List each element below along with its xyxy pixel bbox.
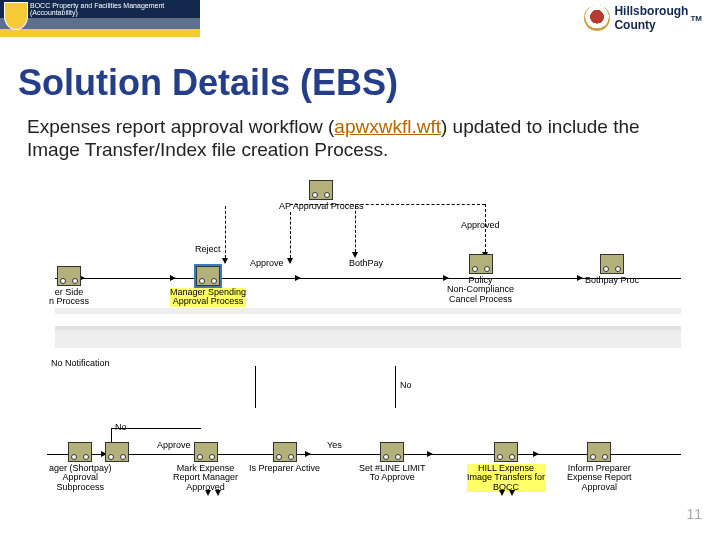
node-approve-icon bbox=[105, 442, 129, 462]
node-server-side: er Side n Process bbox=[49, 266, 89, 307]
edge-approve: Approve bbox=[250, 258, 284, 268]
edge-no-big: No bbox=[115, 422, 127, 432]
county-name: Hillsborough bbox=[614, 4, 688, 18]
node-is-preparer: Is Preparer Active bbox=[249, 442, 320, 473]
edge-bothpay: BothPay bbox=[349, 258, 383, 268]
county-sub: County bbox=[614, 18, 655, 32]
edge-reject: Reject bbox=[195, 244, 221, 254]
edge-no-small: No bbox=[400, 380, 412, 390]
wft-filename: apwxwkfl.wft bbox=[334, 116, 441, 137]
subtitle: Expenses report approval workflow (apwxw… bbox=[27, 116, 687, 162]
node-set-limit: Set #LINE LIMIT To Approve bbox=[359, 442, 426, 483]
shield-icon bbox=[4, 2, 28, 30]
tm-label: TM bbox=[690, 14, 702, 23]
node-bothpay-proc: Bothpay Proc bbox=[585, 254, 639, 285]
page-number: 11 bbox=[686, 506, 702, 522]
node-hill-expense: HILL Expense Image Transfers for BOCC bbox=[467, 442, 545, 492]
seal-icon bbox=[584, 5, 610, 31]
edge-approved: Approved bbox=[461, 220, 500, 230]
node-manager-spending: Manager Spending Approval Process bbox=[170, 266, 246, 307]
county-logo: Hillsborough County TM bbox=[584, 4, 702, 32]
workflow-diagram: AP Approval Process Reject Approve Appro… bbox=[55, 186, 681, 506]
node-ager-shortpay: ager (Shortpay) Approval Subprocess bbox=[49, 442, 112, 492]
flow-upper: AP Approval Process Reject Approve Appro… bbox=[55, 186, 681, 326]
edge-yes: Yes bbox=[327, 440, 342, 450]
node-policy: Policy Non-Compliance Cancel Process bbox=[447, 254, 514, 304]
node-ap-approval: AP Approval Process bbox=[279, 180, 363, 211]
flow-lower: No No Approve Yes ager (Shortpay) Approv… bbox=[55, 366, 681, 506]
page-title: Solution Details (EBS) bbox=[18, 62, 398, 104]
header-band: BOCC Property and Facilities Management … bbox=[0, 0, 720, 40]
node-inform-preparer: Inform Preparer Expense Report Approval bbox=[567, 442, 632, 492]
node-mark-expense: Mark Expense Report Manager Approved bbox=[173, 442, 238, 492]
header-org: BOCC Property and Facilities Management … bbox=[0, 0, 200, 18]
